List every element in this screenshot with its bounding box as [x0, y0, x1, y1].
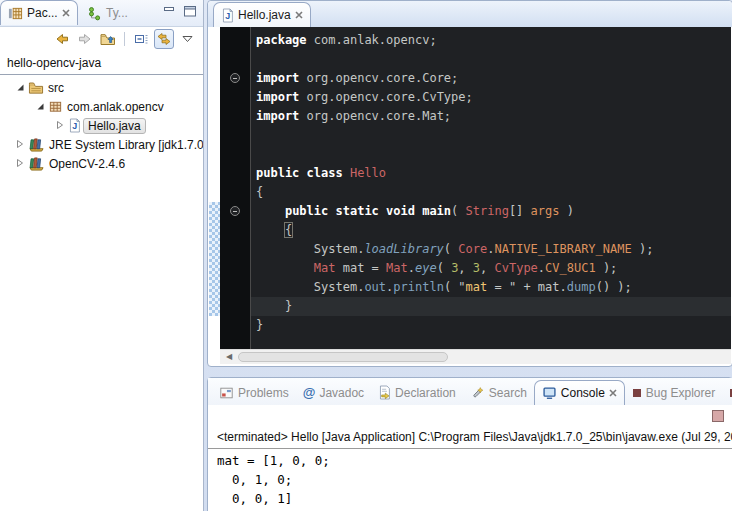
tree-item-jre-system-library-jdk1-7-0[interactable]: JRE System Library [jdk1.7.0 — [0, 135, 203, 154]
console-output-line: 0, 0, 1] — [217, 489, 732, 508]
tree-item-hello-opencv-java[interactable]: hello-opencv-java — [0, 53, 203, 72]
close-icon[interactable] — [609, 389, 617, 397]
code-line-5[interactable]: import org.opencv.core.Mat; — [251, 107, 731, 126]
project-tree: hello-opencv-javasrccom.anlak.opencvJHel… — [0, 53, 203, 511]
back-button[interactable] — [52, 29, 72, 49]
tree-item-label: JRE System Library [jdk1.7.0 — [49, 138, 203, 152]
javadoc-icon: @ — [303, 388, 316, 398]
collapse-all-icon — [133, 31, 149, 47]
collapse-all-button[interactable] — [131, 29, 151, 49]
fold-collapse-icon[interactable] — [230, 73, 240, 83]
forward-button[interactable] — [75, 29, 95, 49]
tab-type-hierarchy[interactable]: Ty... — [81, 1, 135, 26]
minimize-icon[interactable] — [162, 5, 176, 17]
code-line-12[interactable]: System.loadLibrary( Core.NATIVE_LIBRARY_… — [251, 240, 731, 259]
type-hierarchy-icon — [88, 6, 102, 21]
code-line-8[interactable]: public class Hello — [251, 164, 731, 183]
library-icon — [28, 156, 45, 171]
toolbar-separator — [124, 32, 125, 46]
tree-item-label: com.anlak.opencv — [67, 100, 164, 114]
console-separator — [208, 448, 732, 449]
back-icon — [54, 31, 70, 47]
tab-declaration[interactable]: Declaration — [371, 380, 463, 405]
tab-problems[interactable]: Problems — [212, 380, 296, 405]
collapsed-arrow-icon[interactable] — [12, 157, 28, 171]
package-explorer-toolbar — [0, 26, 203, 51]
tab-hello-java[interactable]: J Hello.java — [213, 2, 311, 27]
scroll-left-arrow-icon[interactable]: ◀ — [222, 351, 236, 362]
remove-launch-button[interactable] — [712, 410, 724, 422]
close-icon[interactable] — [62, 9, 70, 17]
tab-package-explorer[interactable]: Pac... — [0, 0, 78, 25]
tab-label: Bug Explorer — [646, 386, 715, 400]
code-line-10[interactable]: public static void main( String[] args ) — [251, 202, 731, 221]
collapsed-arrow-icon[interactable] — [12, 138, 28, 152]
collapsed-arrow-icon[interactable] — [52, 119, 68, 133]
go-into-icon — [100, 31, 116, 47]
fold-collapse-icon[interactable] — [230, 206, 240, 216]
code-line-7[interactable] — [251, 145, 731, 164]
console-output-line: 0, 1, 0; — [217, 470, 732, 489]
tree-item-label: hello-opencv-java — [7, 56, 101, 70]
link-editor-icon — [156, 31, 172, 47]
code-line-16[interactable]: } — [251, 316, 731, 335]
tab-label: Search — [489, 386, 527, 400]
expanded-arrow-icon[interactable] — [12, 81, 28, 95]
method-range-indicator — [209, 202, 220, 316]
package-explorer-tabbar: Pac... Ty... — [0, 0, 203, 27]
declaration-icon — [378, 385, 391, 400]
tree-item-hello-java[interactable]: JHello.java — [0, 116, 203, 135]
tab-label: Ty... — [106, 6, 128, 20]
code-line-14[interactable]: System.out.println( "mat = " + mat.dump(… — [251, 278, 731, 297]
tab-bug[interactable]: Bug — [722, 380, 732, 405]
tab-label: Hello.java — [238, 8, 291, 22]
scrollbar-thumb[interactable] — [238, 352, 448, 362]
java-file-icon: J — [68, 118, 81, 133]
close-icon[interactable] — [295, 11, 303, 19]
console-output[interactable]: mat = [1, 0, 0; 0, 1, 0; 0, 0, 1] — [217, 451, 732, 511]
forward-icon — [77, 31, 93, 47]
tab-label: Javadoc — [319, 386, 364, 400]
code-line-4[interactable]: import org.opencv.core.CvType; — [251, 88, 731, 107]
tab-label: Console — [561, 386, 605, 400]
console-toolbar — [712, 410, 724, 426]
package-folder-icon — [28, 80, 44, 95]
code-line-2[interactable] — [251, 50, 731, 69]
code-line-11[interactable]: { — [251, 221, 731, 240]
console-icon — [542, 386, 557, 400]
horizontal-scrollbar[interactable]: ◀ — [220, 349, 731, 364]
svg-text:J: J — [225, 11, 230, 21]
code-line-1[interactable]: package com.anlak.opencv; — [251, 31, 731, 50]
annotation-ruler — [220, 27, 251, 349]
tree-item-com-anlak-opencv[interactable]: com.anlak.opencv — [0, 97, 203, 116]
problems-icon — [219, 386, 234, 400]
package-explorer-icon — [8, 6, 23, 21]
maximize-icon[interactable] — [183, 5, 197, 17]
svg-text:J: J — [72, 121, 77, 131]
code-line-15[interactable]: } — [251, 297, 731, 316]
view-menu-button[interactable] — [177, 29, 197, 49]
tree-item-src[interactable]: src — [0, 78, 203, 97]
expanded-arrow-icon[interactable] — [32, 100, 48, 114]
bug-square-icon — [632, 388, 642, 398]
go-into-button[interactable] — [98, 29, 118, 49]
code-area[interactable]: package com.anlak.opencv; import org.ope… — [251, 27, 731, 349]
tree-item-label: Hello.java — [83, 118, 146, 134]
code-line-3[interactable]: import org.opencv.core.Core; — [251, 69, 731, 88]
tree-separator — [0, 74, 203, 75]
code-line-9[interactable]: { — [251, 183, 731, 202]
range-indicator-column — [209, 27, 220, 349]
package-explorer-panel: Pac... Ty... hello-opencv-javasrccom.anl… — [0, 0, 204, 511]
tab-javadoc[interactable]: @Javadoc — [296, 380, 371, 405]
tab-label: Declaration — [395, 386, 456, 400]
code-line-6[interactable] — [251, 126, 731, 145]
tab-bug-explorer[interactable]: Bug Explorer — [625, 380, 722, 405]
link-with-editor-button[interactable] — [154, 29, 174, 49]
library-icon — [28, 137, 45, 152]
tab-console[interactable]: Console — [534, 380, 625, 405]
package-icon — [48, 99, 63, 114]
code-line-13[interactable]: Mat mat = Mat.eye( 3, 3, CvType.CV_8UC1 … — [251, 259, 731, 278]
tab-search[interactable]: Search — [463, 380, 534, 405]
tree-item-opencv-2-4-6[interactable]: OpenCV-2.4.6 — [0, 154, 203, 173]
code-editor[interactable]: package com.anlak.opencv; import org.ope… — [209, 27, 731, 349]
